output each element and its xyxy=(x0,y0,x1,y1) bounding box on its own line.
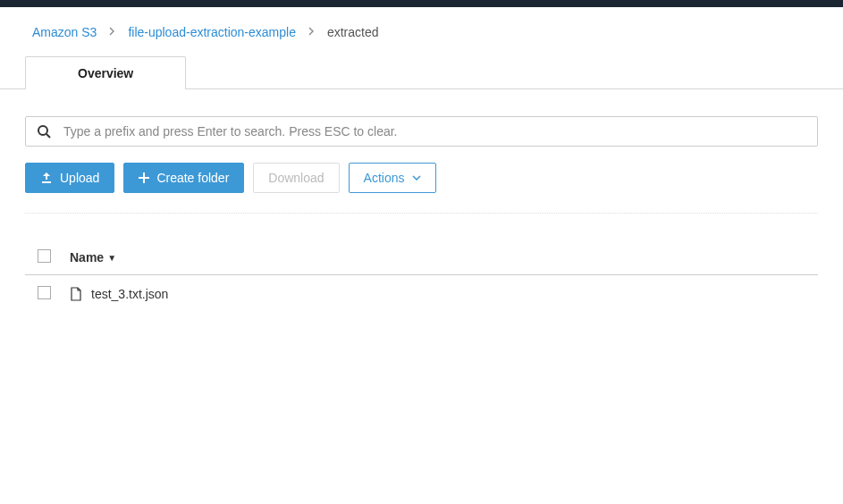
sort-caret-icon: ▼ xyxy=(107,253,116,263)
table-row[interactable]: test_3.txt.json xyxy=(25,275,818,313)
create-folder-label: Create folder xyxy=(156,171,229,185)
top-bar xyxy=(0,0,843,7)
file-icon xyxy=(70,287,82,301)
chevron-right-icon xyxy=(308,26,315,38)
column-name-label: Name xyxy=(70,250,104,265)
search-input[interactable] xyxy=(63,124,806,139)
plus-icon xyxy=(139,172,149,183)
actions-label: Actions xyxy=(364,171,405,185)
breadcrumb: Amazon S3 file-upload-extraction-example… xyxy=(0,7,843,55)
tabs-container: Overview xyxy=(0,55,843,89)
upload-label: Upload xyxy=(60,171,99,185)
breadcrumb-link-bucket[interactable]: file-upload-extraction-example xyxy=(128,25,296,39)
row-checkbox[interactable] xyxy=(38,286,51,299)
select-all-checkbox[interactable] xyxy=(38,249,51,263)
download-label: Download xyxy=(268,171,324,185)
svg-rect-2 xyxy=(42,181,51,183)
search-bar xyxy=(25,116,818,147)
download-button: Download xyxy=(253,163,339,193)
create-folder-button[interactable]: Create folder xyxy=(123,163,244,193)
chevron-right-icon xyxy=(109,26,115,38)
svg-line-1 xyxy=(46,134,50,138)
svg-rect-4 xyxy=(139,177,149,179)
file-name: test_3.txt.json xyxy=(91,287,168,301)
svg-point-0 xyxy=(38,126,47,135)
table-header: Name ▼ xyxy=(25,240,818,275)
content-area: Upload Create folder Download Actions xyxy=(0,89,843,313)
breadcrumb-link-root[interactable]: Amazon S3 xyxy=(32,25,97,39)
breadcrumb-current: extracted xyxy=(327,25,379,39)
chevron-down-icon xyxy=(412,175,421,181)
column-header-name[interactable]: Name ▼ xyxy=(70,250,116,265)
tab-overview[interactable]: Overview xyxy=(25,56,186,89)
search-icon xyxy=(37,124,51,139)
upload-button[interactable]: Upload xyxy=(25,163,114,193)
toolbar: Upload Create folder Download Actions xyxy=(25,163,818,214)
actions-button[interactable]: Actions xyxy=(349,163,436,193)
upload-icon xyxy=(40,172,53,184)
object-table: Name ▼ test_3.txt.json xyxy=(25,240,818,313)
